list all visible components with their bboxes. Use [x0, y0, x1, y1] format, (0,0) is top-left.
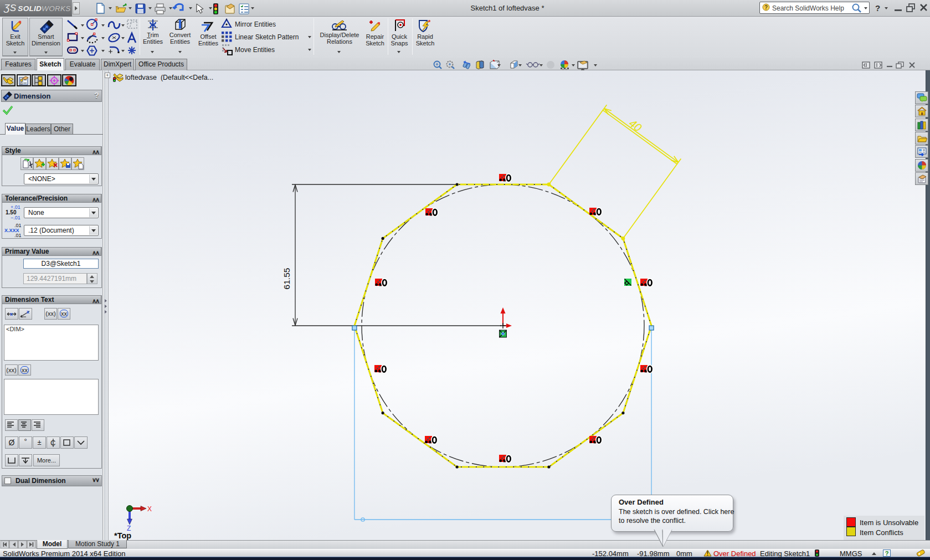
svg-text:*Top: *Top	[114, 531, 131, 540]
svg-text:x: x	[10, 311, 13, 317]
svg-text:61.55: 61.55	[282, 268, 291, 290]
svg-text:!: !	[707, 551, 708, 557]
svg-text:?: ?	[764, 4, 768, 11]
svg-text:x: x	[27, 309, 29, 315]
svg-text:X: X	[147, 505, 152, 513]
